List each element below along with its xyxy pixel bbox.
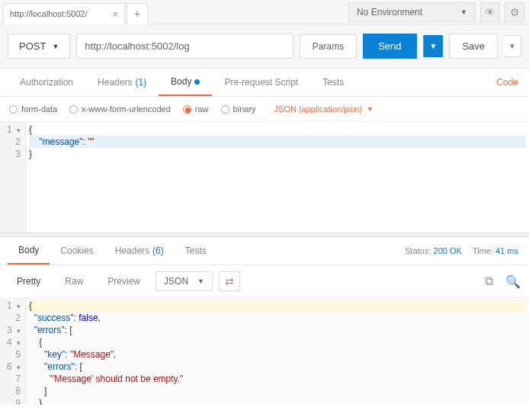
wrap-lines-button[interactable]: ⇄: [219, 271, 240, 291]
time-label: Time:: [473, 246, 493, 255]
settings-button[interactable]: ⚙: [505, 2, 524, 22]
eye-icon: 👁: [485, 6, 495, 18]
tab-tests[interactable]: Tests: [310, 69, 356, 95]
radio-icon: [69, 105, 78, 114]
search-button[interactable]: 🔍: [505, 273, 521, 290]
response-body-editor[interactable]: 1 ▾ 2 3 ▾ 4 ▾ 5 6 ▾ 7 8 9 { "success": f…: [0, 298, 529, 405]
chevron-down-icon: ▼: [197, 277, 204, 285]
url-input[interactable]: [76, 34, 293, 59]
new-tab-button[interactable]: +: [127, 3, 148, 24]
chevron-down-icon: ▼: [508, 42, 516, 50]
request-subtabs: Authorization Headers (1) Body Pre-reque…: [0, 69, 529, 97]
resp-tab-cookies[interactable]: Cookies: [50, 238, 104, 264]
response-format-label: JSON: [164, 276, 188, 287]
close-tab-icon[interactable]: ×: [112, 8, 118, 20]
request-tab-title: http://localhost:5002/: [10, 9, 88, 18]
response-tabs: Body Cookies Headers (6) Tests Status: 2…: [0, 237, 529, 265]
send-dropdown[interactable]: ▼: [423, 35, 444, 57]
request-code[interactable]: { "message": "" }: [26, 122, 529, 232]
raw-button[interactable]: Raw: [56, 272, 92, 290]
time-value: 41 ms: [495, 246, 518, 255]
send-button[interactable]: Send: [363, 34, 416, 59]
radio-urlencoded-label: x-www-form-urlencoded: [82, 104, 171, 114]
gear-icon: ⚙: [510, 6, 520, 18]
radio-raw-label: raw: [195, 104, 209, 114]
radio-binary[interactable]: binary: [221, 104, 256, 114]
radio-urlencoded[interactable]: x-www-form-urlencoded: [69, 104, 171, 114]
radio-formdata-label: form-data: [21, 104, 57, 114]
request-body-editor[interactable]: 1 ▾ 2 3 { "message": "" }: [0, 122, 529, 232]
save-dropdown[interactable]: ▼: [504, 35, 521, 57]
chevron-down-icon: ▼: [460, 8, 467, 16]
status-label: Status:: [405, 246, 431, 255]
method-select[interactable]: POST ▼: [8, 34, 70, 59]
params-button[interactable]: Params: [300, 34, 357, 59]
content-type-select[interactable]: JSON (application/json) ▼: [274, 104, 374, 114]
response-toolbar: Pretty Raw Preview JSON ▼ ⇄ ⧉ 🔍: [0, 265, 529, 298]
line-gutter: 1 ▾ 2 3: [0, 122, 26, 232]
copy-icon: ⧉: [485, 274, 493, 288]
radio-formdata[interactable]: form-data: [9, 104, 57, 114]
copy-button[interactable]: ⧉: [480, 273, 497, 290]
content-type-label: JSON (application/json): [274, 104, 363, 114]
resp-tab-tests[interactable]: Tests: [175, 238, 217, 264]
environment-preview-button[interactable]: 👁: [480, 2, 500, 22]
status-group: Status: 200 OK Time: 41 ms: [405, 246, 521, 255]
status-value: 200 OK: [434, 246, 462, 255]
top-tab-bar: http://localhost:5002/ × + No Environmen…: [0, 0, 529, 24]
modified-dot-icon: [194, 79, 200, 85]
headers-count: (1): [135, 77, 146, 88]
response-code: { "success": false, "errors": [ { "key":…: [26, 298, 529, 405]
chevron-down-icon: ▼: [367, 105, 374, 113]
preview-button[interactable]: Preview: [98, 272, 149, 290]
code-link[interactable]: Code: [496, 77, 521, 88]
tab-body[interactable]: Body: [159, 69, 212, 96]
radio-icon: [183, 105, 191, 114]
pretty-button[interactable]: Pretty: [8, 272, 50, 290]
environment-label: No Environment: [357, 7, 422, 18]
resp-tab-headers[interactable]: Headers (6): [104, 238, 175, 264]
body-format-row: form-data x-www-form-urlencoded raw bina…: [0, 97, 529, 122]
chevron-down-icon: ▼: [52, 43, 59, 50]
resp-tab-body[interactable]: Body: [8, 237, 50, 265]
tab-prerequest[interactable]: Pre-request Script: [212, 69, 310, 95]
wrap-icon: ⇄: [225, 275, 234, 287]
response-format-select[interactable]: JSON ▼: [155, 271, 213, 291]
radio-icon: [9, 105, 18, 114]
resp-tab-headers-label: Headers: [115, 245, 149, 256]
tab-authorization[interactable]: Authorization: [8, 69, 85, 95]
tab-headers[interactable]: Headers (1): [85, 69, 159, 95]
line-gutter: 1 ▾ 2 3 ▾ 4 ▾ 5 6 ▾ 7 8 9: [0, 298, 26, 405]
radio-icon: [221, 105, 229, 114]
search-icon: 🔍: [505, 274, 521, 289]
radio-raw[interactable]: raw: [183, 104, 209, 114]
tab-headers-label: Headers: [98, 77, 132, 88]
tab-body-label: Body: [171, 76, 191, 87]
method-label: POST: [19, 40, 46, 52]
save-button[interactable]: Save: [449, 34, 498, 59]
environment-select[interactable]: No Environment ▼: [348, 2, 476, 22]
request-tab[interactable]: http://localhost:5002/ ×: [3, 3, 125, 24]
request-row: POST ▼ Params Send ▼ Save ▼: [0, 24, 529, 69]
resp-headers-count: (6): [152, 245, 164, 256]
radio-binary-label: binary: [233, 104, 256, 114]
chevron-down-icon: ▼: [430, 42, 438, 50]
